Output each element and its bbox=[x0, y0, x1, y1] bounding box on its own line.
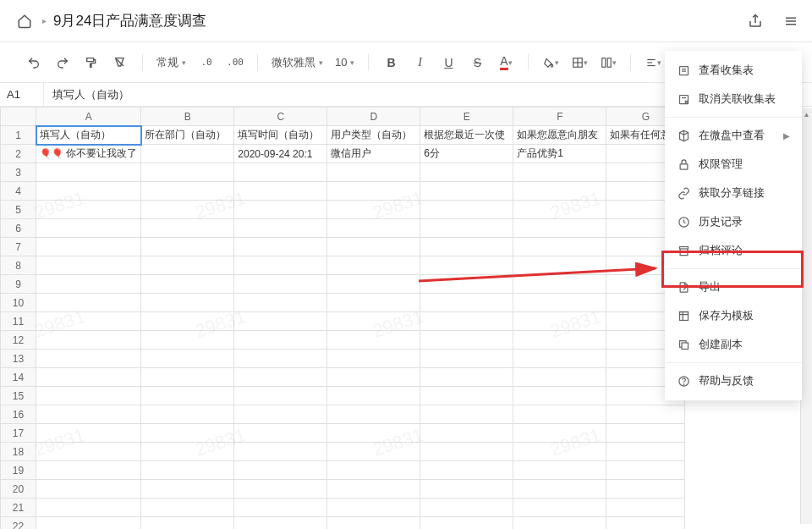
cell-E1[interactable]: 根据您最近一次使 bbox=[420, 126, 513, 145]
cell-B16[interactable] bbox=[141, 405, 234, 424]
italic-button[interactable]: I bbox=[409, 52, 430, 73]
cell-B1[interactable]: 所在部门（自动） bbox=[141, 126, 234, 145]
cell-B12[interactable] bbox=[141, 331, 234, 350]
underline-button[interactable]: U bbox=[438, 52, 458, 73]
column-header-F[interactable]: F bbox=[513, 107, 606, 126]
cell-B18[interactable] bbox=[141, 443, 234, 461]
row-header-17[interactable]: 17 bbox=[1, 424, 36, 443]
cell-D5[interactable] bbox=[327, 201, 420, 219]
cell-B20[interactable] bbox=[141, 480, 234, 499]
cell-B8[interactable] bbox=[141, 256, 234, 275]
row-header-13[interactable]: 13 bbox=[1, 350, 36, 368]
cell-D9[interactable] bbox=[327, 275, 420, 294]
cell-C16[interactable] bbox=[234, 405, 327, 424]
menu-item-list-x[interactable]: 取消关联收集表 bbox=[665, 85, 802, 113]
cell-A7[interactable] bbox=[36, 238, 141, 256]
column-header-E[interactable]: E bbox=[420, 107, 513, 126]
cell-D2[interactable]: 微信用户 bbox=[327, 145, 420, 163]
cell-G16[interactable] bbox=[606, 405, 685, 424]
cell-D6[interactable] bbox=[327, 219, 420, 238]
cell-C10[interactable] bbox=[234, 294, 327, 312]
cell-A19[interactable] bbox=[36, 461, 141, 480]
cell-C1[interactable]: 填写时间（自动） bbox=[234, 126, 327, 145]
cell-E5[interactable] bbox=[420, 201, 513, 219]
format-painter-button[interactable] bbox=[81, 52, 102, 73]
column-header-B[interactable]: B bbox=[141, 107, 234, 126]
column-header-A[interactable]: A bbox=[36, 107, 141, 126]
align-button[interactable]: ▾ bbox=[643, 52, 663, 73]
cell-G21[interactable] bbox=[606, 499, 685, 517]
menu-item-list[interactable]: 查看收集表 bbox=[665, 56, 802, 85]
menu-item-copy[interactable]: 创建副本 bbox=[665, 330, 802, 359]
cell-B4[interactable] bbox=[141, 182, 234, 201]
cell-D19[interactable] bbox=[327, 461, 420, 480]
row-header-7[interactable]: 7 bbox=[1, 238, 36, 256]
cell-E16[interactable] bbox=[420, 405, 513, 424]
cell-B7[interactable] bbox=[141, 238, 234, 256]
menu-item-help[interactable]: 帮助与反馈 bbox=[665, 366, 802, 395]
cell-B9[interactable] bbox=[141, 275, 234, 294]
cell-F9[interactable] bbox=[513, 275, 606, 294]
cell-C18[interactable] bbox=[234, 443, 327, 461]
row-header-4[interactable]: 4 bbox=[1, 182, 36, 201]
cell-F2[interactable]: 产品优势1 bbox=[513, 145, 606, 163]
cell-B14[interactable] bbox=[141, 368, 234, 387]
cell-A10[interactable] bbox=[36, 294, 141, 312]
cell-E17[interactable] bbox=[420, 424, 513, 443]
row-header-15[interactable]: 15 bbox=[1, 387, 36, 405]
cell-C8[interactable] bbox=[234, 256, 327, 275]
cell-E11[interactable] bbox=[420, 312, 513, 331]
row-header-19[interactable]: 19 bbox=[1, 461, 36, 480]
cell-B5[interactable] bbox=[141, 201, 234, 219]
row-header-2[interactable]: 2 bbox=[1, 145, 36, 163]
number-format-dropdown[interactable]: 常规 ▾ bbox=[155, 52, 188, 73]
cell-C12[interactable] bbox=[234, 331, 327, 350]
borders-button[interactable]: ▾ bbox=[569, 52, 590, 73]
cell-D16[interactable] bbox=[327, 405, 420, 424]
cell-E7[interactable] bbox=[420, 238, 513, 256]
cell-A6[interactable] bbox=[36, 219, 141, 238]
cell-D13[interactable] bbox=[327, 350, 420, 368]
row-header-6[interactable]: 6 bbox=[1, 219, 36, 238]
cell-B3[interactable] bbox=[141, 163, 234, 182]
cell-G18[interactable] bbox=[606, 443, 685, 461]
cell-E20[interactable] bbox=[420, 480, 513, 499]
cell-B6[interactable] bbox=[141, 219, 234, 238]
cell-E13[interactable] bbox=[420, 350, 513, 368]
cell-F10[interactable] bbox=[513, 294, 606, 312]
cell-B10[interactable] bbox=[141, 294, 234, 312]
row-header-18[interactable]: 18 bbox=[1, 443, 36, 461]
cell-C3[interactable] bbox=[234, 163, 327, 182]
cell-G20[interactable] bbox=[606, 480, 685, 499]
cell-F11[interactable] bbox=[513, 312, 606, 331]
cell-D3[interactable] bbox=[327, 163, 420, 182]
cell-E10[interactable] bbox=[420, 294, 513, 312]
font-family-dropdown[interactable]: 微软雅黑 ▾ bbox=[270, 52, 325, 73]
font-size-dropdown[interactable]: 10 ▾ bbox=[333, 52, 356, 73]
cell-D15[interactable] bbox=[327, 387, 420, 405]
cell-F19[interactable] bbox=[513, 461, 606, 480]
cell-F14[interactable] bbox=[513, 368, 606, 387]
vertical-scrollbar[interactable]: ▲ bbox=[800, 108, 812, 524]
cell-E15[interactable] bbox=[420, 387, 513, 405]
cell-E19[interactable] bbox=[420, 461, 513, 480]
cell-D21[interactable] bbox=[327, 499, 420, 517]
cell-E6[interactable] bbox=[420, 219, 513, 238]
cell-F18[interactable] bbox=[513, 443, 606, 461]
scroll-up-arrow[interactable]: ▲ bbox=[801, 108, 812, 120]
cell-D4[interactable] bbox=[327, 182, 420, 201]
cell-A16[interactable] bbox=[36, 405, 141, 424]
cell-B22[interactable] bbox=[141, 517, 234, 530]
row-header-12[interactable]: 12 bbox=[1, 331, 36, 350]
cell-C6[interactable] bbox=[234, 219, 327, 238]
undo-button[interactable] bbox=[24, 52, 44, 73]
clear-format-button[interactable] bbox=[110, 52, 130, 73]
cell-B2[interactable] bbox=[141, 145, 234, 163]
column-header-D[interactable]: D bbox=[327, 107, 420, 126]
increase-decimal-button[interactable]: .00 bbox=[225, 52, 245, 73]
menu-item-clock[interactable]: 历史记录 bbox=[665, 207, 802, 236]
cell-E12[interactable] bbox=[420, 331, 513, 350]
cell-F4[interactable] bbox=[513, 182, 606, 201]
cell-F8[interactable] bbox=[513, 256, 606, 275]
cell-F17[interactable] bbox=[513, 424, 606, 443]
